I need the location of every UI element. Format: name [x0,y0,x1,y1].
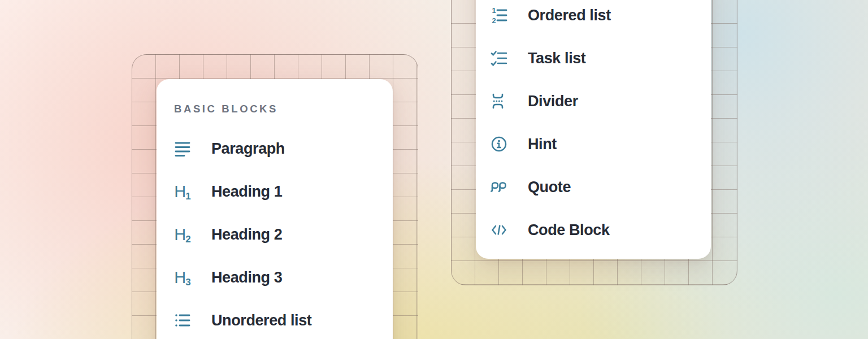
menu-item-label: Unordered list [211,313,311,328]
basic-blocks-header: BASIC BLOCKS [174,104,278,115]
editor-insert-menu-illustration: BASIC BLOCKS Paragraph H1 Heading 1 H2 H… [0,0,868,339]
advanced-blocks-menu: 12 Ordered list Task list Divider Hint Q… [476,0,711,259]
svg-text:2: 2 [492,16,496,24]
menu-item-label: Ordered list [528,8,611,23]
menu-item-heading-2[interactable]: H2 Heading 2 [174,226,282,243]
menu-item-label: Task list [528,51,585,66]
quote-icon [491,179,507,195]
code-block-icon [491,221,507,238]
heading-3-icon: H3 [174,269,191,286]
menu-item-paragraph[interactable]: Paragraph [174,140,285,157]
ordered-list-icon: 12 [491,7,507,24]
svg-text:1: 1 [492,7,496,15]
menu-item-label: Code Block [528,223,610,238]
menu-item-ordered-list[interactable]: 12 Ordered list [491,7,611,24]
menu-item-quote[interactable]: Quote [491,179,571,195]
menu-item-heading-1[interactable]: H1 Heading 1 [174,183,282,200]
menu-item-label: Divider [528,94,578,109]
hint-icon [491,136,507,153]
menu-item-label: Hint [528,137,557,152]
menu-item-code-block[interactable]: Code Block [491,221,610,238]
heading-1-icon: H1 [174,183,191,200]
menu-item-hint[interactable]: Hint [491,136,557,153]
menu-item-heading-3[interactable]: H3 Heading 3 [174,269,282,286]
menu-item-label: Heading 2 [211,227,282,242]
menu-item-label: Quote [528,180,571,195]
divider-icon [491,93,507,110]
paragraph-icon [174,140,191,157]
menu-item-divider[interactable]: Divider [491,93,578,110]
menu-item-label: Paragraph [211,141,285,157]
unordered-list-icon [174,312,191,329]
task-list-icon [491,50,507,67]
menu-item-label: Heading 3 [211,270,282,285]
heading-2-icon: H2 [174,226,191,243]
basic-blocks-menu: BASIC BLOCKS Paragraph H1 Heading 1 H2 H… [157,79,393,339]
menu-item-task-list[interactable]: Task list [491,50,585,67]
menu-item-label: Heading 1 [211,184,282,199]
menu-item-unordered-list[interactable]: Unordered list [174,312,311,329]
